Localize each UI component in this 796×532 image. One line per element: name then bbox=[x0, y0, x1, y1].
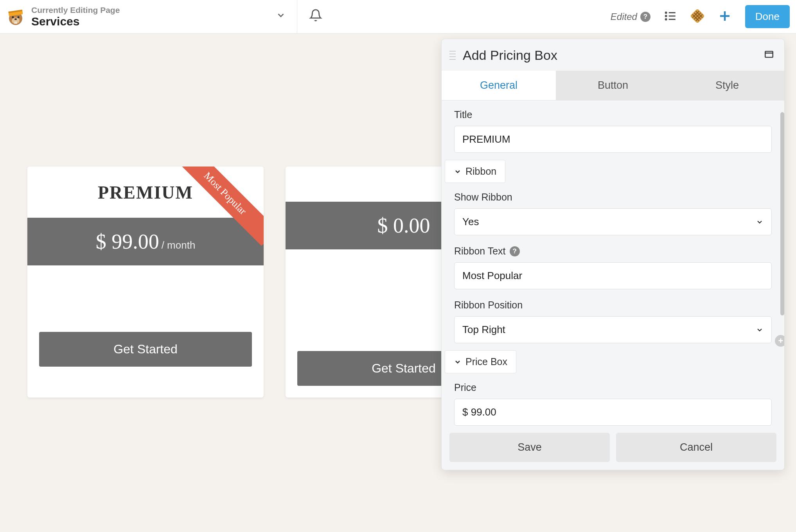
card-cta-button[interactable]: Get Started bbox=[39, 332, 252, 367]
svg-point-6 bbox=[14, 18, 17, 20]
section-pricebox-label: Price Box bbox=[465, 356, 507, 367]
card-body bbox=[27, 265, 264, 332]
app-logo-icon[interactable] bbox=[5, 6, 27, 28]
help-icon[interactable]: ? bbox=[640, 12, 650, 22]
topbar-left: Currently Editing Page Services bbox=[0, 0, 297, 33]
ribbon-position-label: Ribbon Position bbox=[454, 299, 772, 311]
title-label: Title bbox=[454, 109, 772, 120]
svg-rect-24 bbox=[765, 51, 773, 57]
tab-style[interactable]: Style bbox=[670, 71, 784, 100]
outline-icon[interactable] bbox=[664, 9, 677, 24]
section-pricebox-toggle[interactable]: Price Box bbox=[445, 350, 516, 373]
price: $ 0.00 bbox=[377, 214, 430, 237]
svg-rect-8 bbox=[16, 21, 17, 24]
section-ribbon-toggle[interactable]: Ribbon bbox=[445, 160, 505, 183]
page-title: Services bbox=[31, 15, 276, 28]
cancel-button[interactable]: Cancel bbox=[616, 433, 776, 462]
waffle-icon[interactable] bbox=[690, 9, 704, 25]
window-expand-icon[interactable] bbox=[764, 49, 774, 62]
price-label: Price bbox=[454, 382, 772, 393]
price: $ 99.00 bbox=[96, 230, 159, 253]
ribbon-position-select[interactable]: Top Right bbox=[454, 316, 772, 343]
page-subtitle: Currently Editing Page bbox=[31, 5, 276, 15]
scrollbar[interactable] bbox=[780, 112, 784, 315]
right-actions: Edited ? Done bbox=[611, 5, 790, 28]
chevron-down-icon bbox=[756, 218, 764, 226]
topbar: Currently Editing Page Services Edited ? bbox=[0, 0, 796, 34]
panel-header[interactable]: Add Pricing Box bbox=[442, 39, 784, 71]
panel-body: Title Ribbon Show Ribbon Yes Ribbon Text… bbox=[442, 100, 784, 470]
panel-tabs: General Button Style bbox=[442, 71, 784, 100]
svg-point-5 bbox=[18, 16, 20, 18]
page-head[interactable]: Currently Editing Page Services bbox=[31, 5, 276, 28]
price-band: $ 99.00/ month bbox=[27, 218, 264, 265]
panel-footer: Save Cancel bbox=[442, 427, 784, 470]
svg-point-14 bbox=[665, 19, 667, 20]
help-icon[interactable]: ? bbox=[510, 246, 520, 256]
ribbon-text-label: Ribbon Text ? bbox=[454, 245, 772, 257]
done-button[interactable]: Done bbox=[745, 5, 790, 28]
page-chevron-down-icon[interactable] bbox=[276, 10, 297, 23]
title-input[interactable] bbox=[454, 126, 772, 153]
svg-point-12 bbox=[665, 12, 667, 13]
price-input[interactable] bbox=[454, 399, 772, 426]
show-ribbon-value: Yes bbox=[462, 216, 479, 228]
show-ribbon-label: Show Ribbon bbox=[454, 192, 772, 203]
add-icon[interactable] bbox=[718, 9, 732, 25]
save-button[interactable]: Save bbox=[449, 433, 610, 462]
edited-status: Edited ? bbox=[611, 11, 650, 22]
tab-general[interactable]: General bbox=[442, 71, 556, 100]
show-ribbon-select[interactable]: Yes bbox=[454, 208, 772, 235]
add-field-icon[interactable]: + bbox=[775, 335, 784, 347]
notifications-bell-icon[interactable] bbox=[309, 9, 322, 25]
svg-point-4 bbox=[12, 16, 14, 18]
drag-handle-icon[interactable] bbox=[449, 51, 456, 60]
settings-panel: Add Pricing Box General Button Style Tit… bbox=[442, 39, 784, 470]
svg-rect-7 bbox=[14, 21, 16, 24]
price-per: / month bbox=[162, 239, 196, 251]
ribbon-text-input[interactable] bbox=[454, 262, 772, 289]
panel-title: Add Pricing Box bbox=[463, 48, 557, 63]
ribbon-position-value: Top Right bbox=[462, 324, 505, 336]
section-ribbon-label: Ribbon bbox=[465, 166, 496, 177]
pricing-card-premium[interactable]: PREMIUM Most Popular $ 99.00/ month Get … bbox=[27, 167, 264, 398]
tab-button[interactable]: Button bbox=[556, 71, 670, 100]
chevron-down-icon bbox=[756, 326, 764, 334]
svg-point-13 bbox=[665, 15, 667, 16]
topbar-right: Edited ? Done bbox=[297, 0, 790, 33]
edited-label: Edited bbox=[611, 11, 637, 22]
